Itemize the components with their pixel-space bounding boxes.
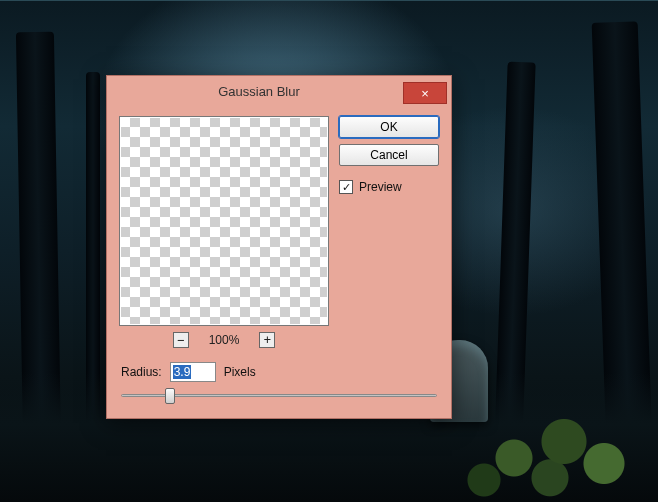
gaussian-blur-dialog: Gaussian Blur × − 100% + OK (106, 75, 452, 419)
dialog-titlebar[interactable]: Gaussian Blur × (107, 76, 451, 106)
slider-thumb[interactable] (165, 388, 175, 404)
bg-foliage (454, 392, 654, 502)
radius-value: 3.9 (173, 365, 192, 379)
close-button[interactable]: × (403, 82, 447, 104)
check-icon: ✓ (342, 181, 351, 194)
plus-icon: + (264, 334, 271, 346)
zoom-level: 100% (209, 333, 240, 347)
filter-preview-area[interactable] (119, 116, 329, 326)
ok-button[interactable]: OK (339, 116, 439, 138)
preview-label: Preview (359, 180, 402, 194)
close-icon: × (421, 87, 429, 100)
cancel-button[interactable]: Cancel (339, 144, 439, 166)
radius-input[interactable]: 3.9 (170, 362, 216, 382)
preview-checkbox[interactable]: ✓ (339, 180, 353, 194)
dialog-title: Gaussian Blur (115, 84, 403, 99)
document-canvas: Gaussian Blur × − 100% + OK (0, 0, 658, 502)
zoom-in-button[interactable]: + (259, 332, 275, 348)
radius-label: Radius: (121, 365, 162, 379)
radius-unit: Pixels (224, 365, 256, 379)
zoom-out-button[interactable]: − (173, 332, 189, 348)
minus-icon: − (177, 334, 184, 346)
radius-slider[interactable] (121, 386, 437, 404)
